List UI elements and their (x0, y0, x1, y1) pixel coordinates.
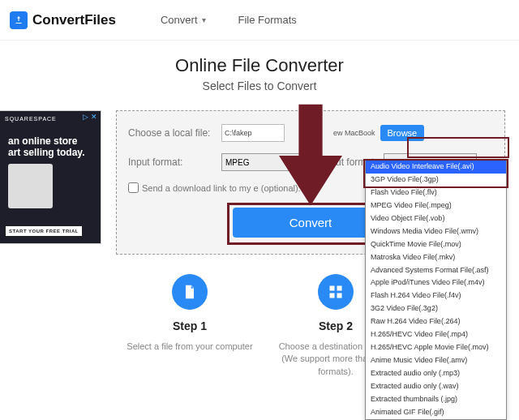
dropdown-option[interactable]: Audio Video Interleave File(.avi) (366, 161, 506, 174)
dropdown-option[interactable]: H.265/HEVC Video File(.mp4) (366, 328, 506, 341)
ad-headline: an online store art selling today. (8, 135, 92, 159)
nav-file-formats[interactable]: File Formats (238, 14, 297, 26)
ad-cta-button[interactable]: START YOUR FREE TRIAL (5, 225, 83, 237)
dropdown-option[interactable]: Matroska Video File(.mkv) (366, 251, 506, 264)
brand-name: ConvertFiles (32, 12, 116, 28)
file-icon (172, 274, 208, 310)
input-format-label: Input format: (128, 156, 221, 168)
dropdown-option[interactable]: Flash Video File(.flv) (366, 186, 506, 199)
nav-convert[interactable]: Convert ▾ (161, 14, 206, 26)
dropdown-option[interactable]: H.265/HEVC Apple Movie File(.mov) (366, 341, 506, 354)
input-format-select[interactable]: MPEG (221, 153, 307, 171)
page-title: Online File Converter (0, 55, 519, 76)
step-1-title: Step 1 (125, 319, 255, 332)
browse-button[interactable]: Browse (380, 125, 425, 141)
output-format-dropdown[interactable]: Audio Video Interleave File(.avi)3GP Vid… (365, 160, 507, 420)
step-1-desc: Select a file from your computer (125, 341, 255, 353)
step-1: Step 1 Select a file from your computer (117, 274, 263, 378)
chevron-down-icon: ▾ (202, 15, 206, 24)
nav-convert-label: Convert (161, 14, 198, 26)
dropdown-option[interactable]: Raw H.264 Video File(.264) (366, 315, 506, 328)
dropdown-option[interactable]: Extracted audio only (.wav) (366, 380, 506, 393)
page-subtitle: Select Files to Convert (0, 79, 519, 92)
file-name-fragment: ew MacBook (333, 129, 375, 137)
ad-image (8, 164, 53, 208)
grid-icon (318, 274, 354, 310)
top-nav: Convert ▾ File Formats (161, 14, 297, 26)
sidebar-ad[interactable]: SQUARESPACE ▷ ✕ an online store art sell… (0, 110, 101, 244)
send-link-checkbox[interactable] (128, 182, 139, 193)
adchoices-icon[interactable]: ▷ ✕ (83, 113, 97, 121)
dropdown-option[interactable]: 3G2 Video File(.3g2) (366, 302, 506, 315)
dropdown-option[interactable]: Extracted audio only (.mp3) (366, 367, 506, 380)
svg-rect-1 (337, 286, 342, 291)
dropdown-option[interactable]: Apple iPod/iTunes Video File(.m4v) (366, 276, 506, 289)
svg-rect-0 (330, 286, 335, 291)
header: ConvertFiles Convert ▾ File Formats (0, 0, 519, 41)
file-path-input[interactable] (221, 124, 285, 142)
dropdown-option[interactable]: QuickTime Movie File(.mov) (366, 238, 506, 251)
svg-rect-2 (330, 294, 335, 298)
dropdown-option[interactable]: Flash H.264 Video File(.f4v) (366, 289, 506, 302)
dropdown-option[interactable]: 3GP Video File(.3gp) (366, 174, 506, 186)
dropdown-option[interactable]: Extracted thumbnails (.jpg) (366, 393, 506, 406)
ad-brand: SQUARESPACE (5, 116, 57, 122)
choose-file-label: Choose a local file: (128, 127, 221, 139)
send-link-label: Send a download link to my e (optional): (142, 183, 301, 193)
dropdown-option[interactable]: Windows Media Video File(.wmv) (366, 225, 506, 238)
logo-icon (10, 11, 28, 29)
dropdown-option[interactable]: Advanced Systems Format File(.asf) (366, 264, 506, 277)
dropdown-option[interactable]: Anime Music Video File(.amv) (366, 354, 506, 367)
dropdown-option[interactable]: Animated GIF File(.gif) (366, 406, 506, 419)
dropdown-option[interactable]: Video Object File(.vob) (366, 212, 506, 225)
converter-panel: Choose a local file: ew MacBook Browse I… (116, 110, 505, 255)
svg-rect-3 (337, 294, 342, 298)
dropdown-option[interactable]: MPEG Video File(.mpeg) (366, 199, 506, 212)
